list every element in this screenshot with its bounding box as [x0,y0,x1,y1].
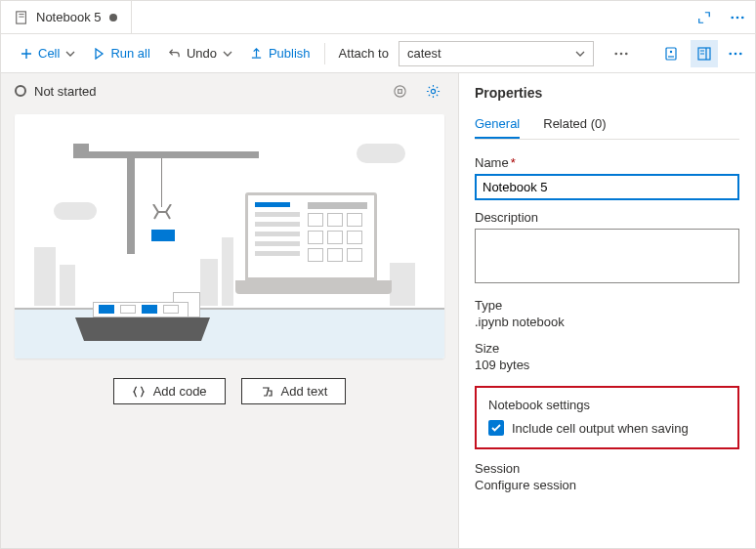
svg-point-6 [614,52,617,55]
panel-tabs: General Related (0) [475,110,739,140]
svg-point-15 [729,52,732,55]
svg-point-3 [731,16,734,19]
check-icon [491,423,501,433]
chevron-down-icon [575,51,585,57]
variables-icon[interactable] [657,40,685,67]
size-value: 109 bytes [475,358,739,372]
svg-point-17 [739,52,742,55]
cell-label: Cell [38,46,60,61]
modified-indicator-icon [109,14,117,21]
notebook-settings-section: Notebook settings Include cell output wh… [475,386,739,449]
empty-state-illustration [15,114,444,359]
tab-title: Notebook 5 [36,10,102,24]
toolbar-overflow-icon[interactable] [609,42,633,65]
description-label: Description [475,210,739,225]
status-circle-icon [15,85,26,97]
file-tab[interactable]: Notebook 5 [1,1,132,33]
add-text-button[interactable]: Add text [241,378,347,404]
svg-point-4 [736,16,739,19]
svg-point-20 [431,89,435,93]
chevron-down-icon [223,51,232,57]
add-code-button[interactable]: Add code [113,378,226,404]
undo-icon [168,47,181,60]
publish-button[interactable]: Publish [242,42,318,64]
braces-icon [132,385,146,399]
tab-general[interactable]: General [475,110,520,139]
toolbar: Cell Run all Undo Publish Attach to cate… [1,34,755,73]
undo-button[interactable]: Undo [160,42,240,64]
configure-session-link[interactable]: Configure session [475,478,739,492]
text-icon [260,385,273,399]
plus-icon [21,48,32,60]
svg-rect-9 [666,48,676,60]
size-label: Size [475,341,739,356]
name-label: Name* [475,155,739,170]
undo-label: Undo [187,46,217,61]
status-text: Not started [34,84,97,99]
svg-point-16 [735,52,737,55]
toolbar-more-icon[interactable] [724,42,747,65]
svg-rect-0 [17,11,26,22]
svg-point-5 [741,16,744,19]
settings-heading: Notebook settings [488,398,726,412]
type-label: Type [475,298,739,313]
run-all-label: Run all [110,46,149,61]
properties-panel: Properties General Related (0) Name* Des… [458,73,755,548]
play-icon [93,48,105,60]
chevron-down-icon [65,51,75,57]
svg-point-10 [670,50,672,52]
notebook-icon [15,11,28,24]
attach-label: Attach to [339,46,389,61]
cell-dropdown[interactable]: Cell [13,42,83,64]
attach-select[interactable]: catest [399,41,594,66]
tab-related[interactable]: Related (0) [543,110,606,139]
tab-bar: Notebook 5 [1,1,755,34]
svg-point-18 [394,85,404,96]
divider [324,43,325,64]
publish-label: Publish [269,46,311,61]
svg-point-8 [625,52,628,55]
settings-gear-icon[interactable] [421,79,444,103]
expand-icon[interactable] [693,6,716,29]
include-output-label: Include cell output when saving [512,421,689,436]
svg-point-7 [620,52,623,55]
editor-pane: Not started [1,73,458,548]
outline-icon[interactable] [388,79,411,103]
description-input[interactable] [475,229,739,283]
attach-value: catest [407,46,441,61]
add-text-label: Add text [281,384,328,399]
session-heading: Session [475,461,739,476]
name-input[interactable] [475,174,739,200]
properties-panel-toggle[interactable] [691,40,718,67]
panel-title: Properties [475,85,739,101]
run-status: Not started [15,84,97,99]
svg-rect-19 [398,89,401,93]
tab-more-icon[interactable] [726,6,749,29]
add-code-label: Add code [153,384,207,399]
type-value: .ipynb notebook [475,315,739,329]
publish-icon [250,47,263,60]
include-output-checkbox[interactable] [488,420,504,436]
run-all-button[interactable]: Run all [85,42,157,64]
